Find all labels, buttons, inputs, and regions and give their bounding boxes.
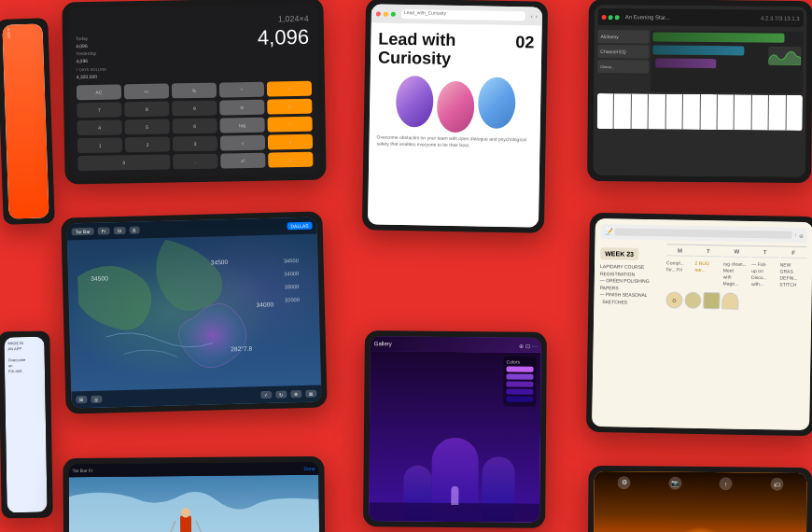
piano-key-white[interactable] xyxy=(735,94,752,130)
ipad-handwriting[interactable]: a cute xyxy=(0,18,55,225)
close-dot xyxy=(376,11,381,16)
piano-key-white[interactable] xyxy=(786,95,803,131)
notebook-search[interactable]: ⊕ xyxy=(799,231,804,238)
weather-tab[interactable]: Fr xyxy=(98,227,110,234)
piano-key-white[interactable] xyxy=(700,94,718,130)
spacer xyxy=(144,226,284,230)
colors-panel-label: Colors xyxy=(507,358,534,364)
calc-btn-multiply[interactable]: × xyxy=(267,99,312,115)
calc-btn[interactable]: 7 xyxy=(77,102,121,118)
colors-icon-2[interactable]: ⊡ xyxy=(525,342,530,348)
weather-tab[interactable]: St xyxy=(113,227,125,234)
piano-key-white[interactable] xyxy=(631,93,649,129)
ipad-sunset[interactable]: ⚙ 📷 ↑ 🏷 xyxy=(587,466,812,532)
calc-btn[interactable]: ^ xyxy=(219,82,264,98)
tag-icon[interactable]: 🏷 xyxy=(770,478,783,491)
photo-scene xyxy=(69,475,320,532)
photo-done[interactable]: Done xyxy=(303,466,315,471)
share-icon[interactable]: ↑ xyxy=(720,477,733,490)
calc-btn-plus[interactable]: + xyxy=(268,134,313,150)
swatch-3[interactable] xyxy=(506,381,533,386)
calc-btn[interactable]: 0 xyxy=(77,154,170,171)
calc-btn[interactable]: 9 xyxy=(172,101,217,117)
colors-panel: Colors xyxy=(503,356,536,406)
swatch-5[interactable] xyxy=(506,396,533,401)
calc-btn[interactable]: 2 xyxy=(125,136,170,152)
weather-location[interactable]: DALLAS xyxy=(287,222,312,231)
sketch-1: ○ xyxy=(665,291,682,308)
weather-btn[interactable]: ✓ xyxy=(260,391,272,399)
nav-forward[interactable]: › xyxy=(536,13,538,19)
swatch-4[interactable] xyxy=(506,388,533,394)
piano-key-white[interactable] xyxy=(751,94,769,130)
notebook-share[interactable]: ↑ xyxy=(794,232,797,238)
calc-btn[interactable]: +/- xyxy=(124,83,169,99)
ipad-notebook[interactable]: 📝 ↑ ⊕ WEEK 23 LAPIDARY COURSE REGISTRATI… xyxy=(586,213,812,436)
note-line: SKETCHES xyxy=(599,299,660,307)
ipad-colors[interactable]: Gallery ⊕ ⊡ ⋯ Colors xyxy=(363,330,547,528)
piano-key-white[interactable] xyxy=(597,93,615,129)
calc-btn[interactable]: AC xyxy=(77,84,121,100)
sketch-2 xyxy=(684,292,701,309)
ipad-presentation[interactable]: Lead_with_Curiosity ‹ › 02 Lead with Cur… xyxy=(362,0,548,233)
calc-btn-divide[interactable]: ÷ xyxy=(267,81,312,97)
shape-oval-1 xyxy=(395,75,433,127)
colors-icon-3[interactable]: ⋯ xyxy=(532,342,538,348)
weather-tab[interactable]: B xyxy=(129,226,140,233)
ipad-notes-left[interactable]: MADE INAN APPOvercomeanFIX-ING xyxy=(0,331,53,519)
swatch-2[interactable] xyxy=(506,373,533,379)
weather-btn[interactable]: ⊠ xyxy=(305,390,316,398)
piano-key-white[interactable] xyxy=(614,93,632,129)
waveform-3 xyxy=(655,59,716,69)
calc-btn[interactable]: 5 xyxy=(125,119,170,134)
notes-left-screen: MADE INAN APPOvercomeanFIX-ING xyxy=(4,337,47,513)
calc-btn-equals[interactable]: = xyxy=(268,152,313,168)
ipad-calculator[interactable]: Today 4,096 Yesterday 4,096 7 DAYS ROLLI… xyxy=(62,0,326,184)
calc-btn[interactable]: x² xyxy=(220,153,265,169)
piano-key-white[interactable] xyxy=(683,94,701,130)
nav-back[interactable]: ‹ xyxy=(531,13,533,19)
weather-btn[interactable]: ↻ xyxy=(275,390,287,398)
track-channel: Chann... xyxy=(597,60,649,73)
weather-btn[interactable]: ⊕ xyxy=(290,390,301,398)
calc-btn-decimal[interactable]: . xyxy=(173,154,217,170)
url-text: Lead_with_Curiosity xyxy=(401,9,446,16)
calc-btn[interactable]: % xyxy=(172,83,217,99)
calc-btn[interactable]: ln xyxy=(219,100,264,116)
calc-btn[interactable]: 1 xyxy=(77,137,122,153)
piano-key-white[interactable] xyxy=(649,94,666,130)
notebook-urlbar[interactable] xyxy=(615,228,792,238)
calc-btn[interactable]: 3 xyxy=(173,136,217,152)
note-line: — GREEN POLISHING PAPERS xyxy=(600,277,661,292)
day-T: T xyxy=(695,248,722,257)
weather-btn[interactable]: ⊞ xyxy=(76,396,87,403)
ipad-photo-editing[interactable]: Tar Bar Fr Done xyxy=(63,456,325,532)
day-W: W xyxy=(723,248,750,257)
url-bar[interactable]: Lead_with_Curiosity xyxy=(401,9,525,21)
swatch-1[interactable] xyxy=(507,366,534,371)
photo-svg xyxy=(69,475,320,532)
ipad-weather[interactable]: 34500 34500 34000 282°7.8 34500 34000 33… xyxy=(61,211,327,413)
notebook-toolbar: 📝 ↑ ⊕ xyxy=(601,224,807,243)
calc-btn[interactable]: 4 xyxy=(77,119,122,135)
piano-key-white[interactable] xyxy=(665,94,683,130)
calc-btn[interactable]: log xyxy=(220,118,265,133)
piano-key-white[interactable] xyxy=(718,94,735,130)
calc-btn[interactable]: √ xyxy=(220,135,265,151)
camera-icon[interactable]: 📷 xyxy=(668,477,681,490)
shape-oval-2 xyxy=(436,80,474,133)
slide-number: 02 xyxy=(515,33,534,52)
piano-key-white[interactable] xyxy=(769,95,787,131)
weather-tab[interactable]: Tar Bar xyxy=(72,228,94,236)
gear-icon[interactable]: ⚙ xyxy=(618,476,631,489)
ipad-daw[interactable]: An Evening Star... 4.2.3.7/3 13.1.3 Alch… xyxy=(587,0,812,183)
cell-mon: Compl... for... Fri xyxy=(666,259,693,287)
colors-icon-1[interactable]: ⊕ xyxy=(519,342,524,348)
weather-map: 34500 34500 34000 282°7.8 34500 34000 33… xyxy=(77,236,312,399)
calc-btn[interactable]: 6 xyxy=(173,119,217,134)
calc-btn[interactable]: 8 xyxy=(124,101,169,117)
svg-point-10 xyxy=(181,508,190,518)
calc-btn-minus[interactable]: − xyxy=(268,117,313,133)
weather-btn[interactable]: ◎ xyxy=(91,396,102,403)
sunset-controls: ⚙ 📷 ↑ 🏷 xyxy=(594,476,806,491)
